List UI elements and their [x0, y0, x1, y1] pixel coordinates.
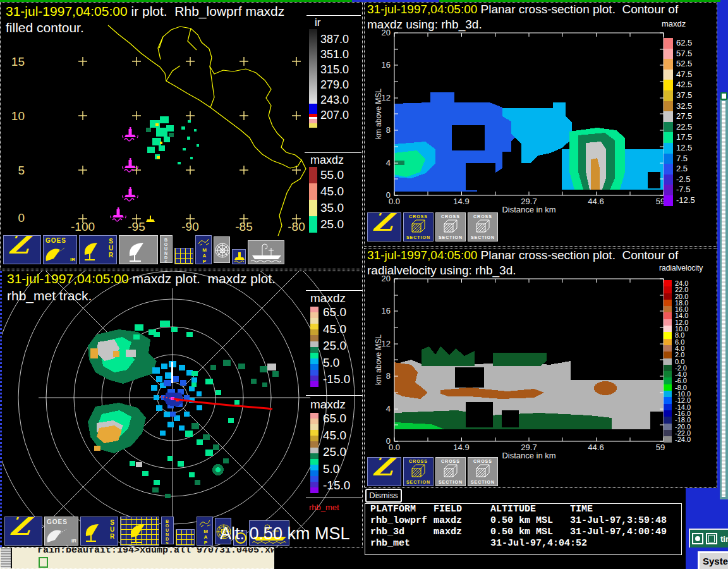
- color-cell: [310, 459, 318, 465]
- bounds-button[interactable]: BOUNDS: [160, 235, 173, 263]
- field-cell: maxdz: [434, 527, 490, 537]
- color-swatch: [664, 143, 673, 154]
- color-cell: [310, 487, 318, 493]
- colorbar-label: 27.5: [673, 111, 692, 122]
- colorbar-label: 55.0: [317, 167, 344, 183]
- bounds-button[interactable]: BOUNDS: [161, 517, 174, 544]
- maxdz-xs-colorbar: 62.5 57.5 52.5 47.5 42.5 37.5 32.5 27.5 …: [664, 38, 695, 206]
- range-rings: [2, 271, 355, 548]
- map-button[interactable]: MAP: [197, 517, 213, 546]
- zebra-logo-button[interactable]: Z: [367, 457, 401, 486]
- color-swatch: [664, 185, 673, 195]
- x-tick: -90: [171, 220, 209, 234]
- window-menu-button[interactable]: [692, 533, 703, 544]
- time-cell: [570, 539, 676, 549]
- cross-section-button[interactable]: CROSS SECTION: [468, 457, 498, 486]
- color-cell: [310, 312, 318, 318]
- ir-yellow-segment: [309, 123, 317, 128]
- goes-ir-button[interactable]: GOES IR: [44, 517, 78, 546]
- color-swatch: [664, 397, 672, 403]
- dismiss-button[interactable]: Dismiss: [365, 489, 402, 503]
- timestamp: 31-jul-1997,04:05:00: [6, 4, 128, 18]
- cross-section-velocity-canvas[interactable]: 20 16 12 8 4 0 0.0 14.9 29.7 44.6 59 Dis…: [375, 266, 681, 462]
- colorbar-title: maxdz: [310, 291, 346, 305]
- zebra-logo-button[interactable]: Z: [4, 517, 42, 546]
- color-swatch: [664, 101, 673, 112]
- system-window-label: System: [703, 556, 728, 566]
- terminal-scrollbar[interactable]: [1, 548, 12, 569]
- buoy-button[interactable]: [232, 249, 246, 264]
- colorbar-label: 32.5: [673, 101, 692, 112]
- cross-section-button[interactable]: CROSS SECTION: [435, 212, 466, 242]
- colorbar-label: 2.5: [673, 164, 688, 174]
- tim-window-titlebar[interactable]: tim: [689, 529, 728, 548]
- color-cell: [310, 448, 318, 453]
- colorbar-entry: 27.5: [664, 111, 695, 122]
- colorbar-label: 65.0: [323, 410, 350, 427]
- velocity-colorbar: 24.0 22.0 20.0 18.0 16.0 14.0 12.0 10.0 …: [664, 280, 691, 443]
- system-window[interactable]: System: [698, 551, 728, 569]
- color-swatch: [309, 200, 317, 216]
- panel-cross-section-velocity: 20 16 12 8 4 0 0.0 14.9 29.7 44.6 59 Dis…: [364, 248, 717, 488]
- polar-web-button[interactable]: [214, 236, 230, 263]
- radar-grid-button[interactable]: [119, 235, 158, 264]
- altitude-cell: 31-Jul-97,4:04:52: [490, 539, 570, 549]
- window-iconify-button[interactable]: [706, 533, 717, 544]
- colorbar-label: 42.5: [673, 80, 692, 90]
- cross-section-button-active[interactable]: CROSS SECTION: [403, 457, 434, 486]
- map-button[interactable]: MAP: [195, 235, 212, 264]
- color-swatch: [664, 436, 672, 443]
- surveillance-radar-button[interactable]: SUR: [79, 235, 117, 264]
- svg-text:4: 4: [386, 158, 391, 168]
- color-swatch: [664, 154, 673, 164]
- right-edge-scrollbar[interactable]: [722, 101, 725, 497]
- platform-cell: rhb_met: [370, 539, 434, 549]
- panel-title-line2: rhb_met track.: [7, 288, 92, 303]
- color-swatch: [664, 424, 672, 430]
- colorbar-label: 5.0: [323, 355, 350, 372]
- cross-section-maxdz-canvas[interactable]: 20 16 12 8 4 0 0.0 14.9 29.7 44.6 59 Dis…: [375, 20, 681, 216]
- colorbar-title: maxdz: [310, 398, 346, 412]
- svg-text:16: 16: [382, 306, 391, 315]
- grid-button[interactable]: [174, 248, 193, 264]
- ship-button[interactable]: [248, 240, 284, 264]
- surveillance-radar-button[interactable]: SUR: [80, 517, 118, 546]
- colorbar-divider: [306, 290, 363, 291]
- color-cell: [310, 370, 318, 376]
- cube-icon: [442, 219, 459, 233]
- platform-cell: rhb_lowprf: [370, 516, 434, 526]
- map-squiggle-icon: [197, 236, 211, 247]
- time-cell: 31-Jul-97,4:00:49: [570, 527, 676, 537]
- ir-colorbar-label: 315.0: [320, 62, 349, 77]
- colorbar-entry: 2.5: [664, 164, 695, 174]
- color-swatch: [664, 326, 672, 332]
- color-swatch: [664, 312, 672, 319]
- cross-section-button-active[interactable]: CROSS SECTION: [403, 212, 434, 242]
- color-cell: [310, 470, 318, 476]
- maxdz-colorbar-1: [310, 307, 318, 387]
- panel-title-line2: maxdz using: rhb_3d.: [367, 18, 482, 32]
- color-swatch: [664, 358, 672, 365]
- goes-ir-button[interactable]: GOES IR: [43, 235, 77, 264]
- panel-title: 31-jul-1997,04:05:00 ir plot. Rhb_lowprf…: [6, 4, 284, 19]
- colorbar-label: 25.0: [323, 338, 350, 355]
- cross-section-button[interactable]: CROSS SECTION: [435, 457, 466, 486]
- grid-button[interactable]: [176, 529, 195, 546]
- right-edge-window-button[interactable]: [720, 92, 727, 100]
- colorbar-label: 25.0: [323, 444, 350, 461]
- zebra-logo-button[interactable]: Z: [3, 235, 41, 264]
- color-swatch: [664, 174, 673, 185]
- colorbar-title: maxdz: [662, 19, 686, 28]
- field-cell: maxdz: [434, 516, 490, 526]
- ir-gray-gradient: [309, 29, 317, 104]
- right-edge-window-frame[interactable]: [720, 99, 728, 499]
- colorbar-label: 37.5: [673, 90, 692, 101]
- colorbar-label: 45.0: [317, 183, 344, 200]
- radar-grid-button[interactable]: [120, 517, 159, 546]
- zebra-logo-button[interactable]: Z: [367, 212, 401, 242]
- terminal-window[interactable]: rain:beaufait:194>xdump.all 970731.0405.…: [0, 548, 274, 569]
- maxdz-colorbar-1-labels: 65.045.025.05.0-15.0: [323, 304, 350, 388]
- colorbar-entry: -18.0: [664, 417, 691, 423]
- colorbar-label: -15.0: [323, 371, 350, 388]
- cross-section-button[interactable]: CROSS SECTION: [468, 212, 498, 242]
